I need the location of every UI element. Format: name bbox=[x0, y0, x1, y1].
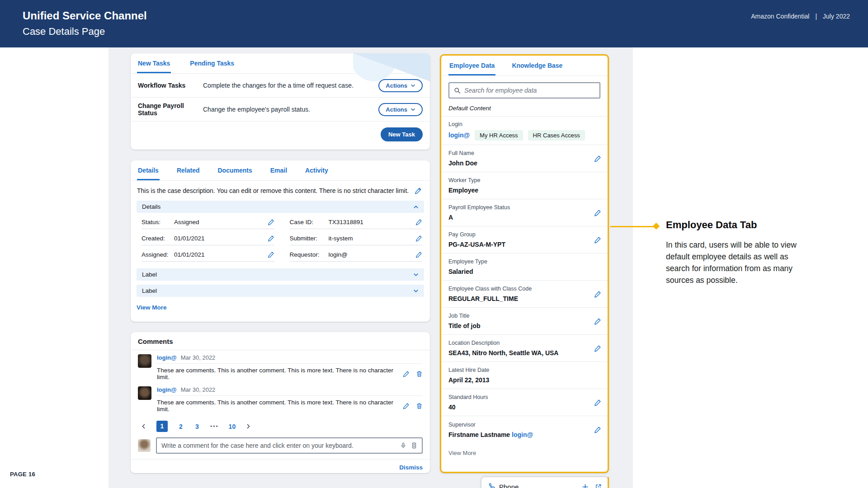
page-button-2[interactable]: 2 bbox=[178, 423, 184, 430]
edit-field-button[interactable] bbox=[594, 209, 601, 216]
employee-search bbox=[448, 82, 600, 99]
tab-activity[interactable]: Activity bbox=[304, 160, 329, 180]
supervisor-login-link[interactable]: login@ bbox=[512, 431, 533, 438]
employee-field-worker-type: Worker Type Employee bbox=[441, 172, 608, 199]
employee-search-input[interactable] bbox=[464, 87, 595, 94]
employee-field-label: Employee Type bbox=[448, 258, 601, 265]
field-requestor: Requestor: login@ bbox=[290, 251, 423, 262]
tab-new-tasks[interactable]: New Tasks bbox=[137, 53, 171, 73]
comment-item: login@ Mar 30, 2022 These are comments. … bbox=[131, 382, 430, 414]
page-button-1[interactable]: 1 bbox=[156, 421, 168, 432]
field-status: Status: Assigned bbox=[142, 219, 274, 229]
tab-email[interactable]: Email bbox=[269, 160, 288, 180]
tab-pending-tasks[interactable]: Pending Tasks bbox=[189, 53, 235, 73]
comment-date: Mar 30, 2022 bbox=[181, 386, 216, 393]
document-icon[interactable] bbox=[411, 442, 417, 449]
employee-field-location: Location Description SEA43, Nitro North,… bbox=[441, 335, 608, 362]
employee-field-label: Pay Group bbox=[448, 231, 594, 238]
employee-field-employee-type: Employee Type Salaried bbox=[441, 253, 608, 281]
delete-comment-button[interactable] bbox=[416, 371, 423, 377]
employee-field-label: Login bbox=[448, 121, 601, 127]
field-value: 01/01/2021 bbox=[174, 235, 268, 242]
supervisor-name: Firstname Lastname bbox=[448, 431, 510, 438]
avatar bbox=[138, 354, 151, 368]
chevron-up-icon bbox=[413, 204, 419, 210]
comment-body: login@ Mar 30, 2022 These are comments. … bbox=[157, 354, 423, 381]
trash-icon bbox=[416, 403, 423, 409]
employee-field-payroll-status: Payroll Employee Status A bbox=[441, 199, 608, 226]
field-value: Assigned bbox=[174, 219, 268, 225]
meta-separator: | bbox=[815, 13, 817, 20]
edit-field-button[interactable] bbox=[415, 219, 422, 225]
edit-field-button[interactable] bbox=[415, 235, 422, 242]
pencil-icon bbox=[594, 345, 601, 352]
comment-text: These are comments. This is another comm… bbox=[157, 367, 396, 380]
tab-details[interactable]: Details bbox=[137, 160, 160, 180]
comment-input-row bbox=[131, 436, 430, 459]
chevron-down-icon bbox=[410, 83, 415, 88]
microphone-icon[interactable] bbox=[400, 442, 406, 449]
edit-field-button[interactable] bbox=[594, 236, 601, 244]
edit-field-button[interactable] bbox=[594, 426, 601, 433]
new-task-button[interactable]: New Task bbox=[381, 127, 423, 141]
edit-field-button[interactable] bbox=[594, 345, 601, 352]
tab-documents[interactable]: Documents bbox=[217, 160, 253, 180]
edit-field-button[interactable] bbox=[594, 291, 601, 298]
edit-field-button[interactable] bbox=[415, 251, 422, 258]
employee-field-label: Location Description bbox=[448, 340, 594, 346]
comment-user-link[interactable]: login@ bbox=[157, 386, 177, 393]
chevron-down-icon bbox=[410, 107, 415, 112]
employee-field-label: Employee Class with Class Code bbox=[448, 286, 594, 292]
pencil-icon bbox=[594, 399, 601, 406]
edit-field-button[interactable] bbox=[594, 318, 601, 325]
tab-related[interactable]: Related bbox=[176, 160, 201, 180]
edit-field-button[interactable] bbox=[268, 219, 274, 225]
actions-button[interactable]: Actions bbox=[378, 79, 423, 92]
chevron-down-icon bbox=[413, 272, 419, 277]
pencil-icon bbox=[594, 291, 601, 298]
edit-field-button[interactable] bbox=[268, 251, 274, 258]
details-view-more-link[interactable]: View More bbox=[137, 304, 167, 311]
details-accordion-header[interactable]: Details bbox=[137, 201, 424, 213]
edit-field-button[interactable] bbox=[594, 155, 601, 162]
employee-field-full-name: Full Name John Doe bbox=[441, 145, 608, 172]
employee-field-value: Employee bbox=[448, 187, 601, 194]
case-description-row: This is the case description. You can ed… bbox=[131, 181, 430, 200]
page-button-3[interactable]: 3 bbox=[194, 423, 200, 430]
case-fields-grid: Status: Assigned Case ID: TX31318891 Cre… bbox=[142, 219, 422, 262]
comment-user-link[interactable]: login@ bbox=[157, 354, 177, 361]
login-link[interactable]: login@ bbox=[448, 131, 470, 139]
date-label: July 2022 bbox=[823, 13, 850, 20]
tab-employee-data[interactable]: Employee Data bbox=[448, 56, 495, 75]
edit-description-button[interactable] bbox=[415, 187, 422, 194]
tab-knowledge-base[interactable]: Knowledge Base bbox=[511, 56, 563, 75]
employee-field-value: PG-AZ-USA-M-YPT bbox=[448, 241, 594, 248]
delete-comment-button[interactable] bbox=[416, 403, 423, 409]
employee-view-more-link[interactable]: View More bbox=[441, 443, 608, 463]
comment-input[interactable] bbox=[161, 442, 400, 449]
page-button-10[interactable]: 10 bbox=[229, 423, 236, 430]
edit-comment-button[interactable] bbox=[403, 403, 410, 409]
label-accordion-1[interactable]: Label bbox=[137, 268, 424, 281]
edit-comment-button[interactable] bbox=[403, 371, 410, 377]
field-value: it-system bbox=[329, 235, 416, 242]
edit-field-button[interactable] bbox=[268, 235, 274, 242]
pagination-ellipsis: ••• bbox=[210, 423, 219, 430]
actions-button[interactable]: Actions bbox=[378, 103, 423, 116]
task-row-payroll: Change Payroll Status Change the employe… bbox=[131, 98, 430, 122]
plus-icon[interactable] bbox=[582, 483, 589, 488]
previous-page-button[interactable] bbox=[141, 423, 146, 429]
field-created: Created: 01/01/2021 bbox=[142, 235, 274, 245]
edit-field-button[interactable] bbox=[594, 399, 601, 406]
confidential-label: Amazon Confidential bbox=[751, 13, 809, 20]
task-description: Complete the changes for the a time off … bbox=[203, 82, 378, 89]
dismiss-link[interactable]: Dismiss bbox=[399, 464, 423, 471]
comment-text-row: These are comments. This is another comm… bbox=[157, 396, 423, 413]
label-accordion-2[interactable]: Label bbox=[137, 285, 424, 297]
chevron-down-icon bbox=[413, 288, 419, 294]
accordion-label: Details bbox=[142, 203, 160, 210]
employee-field-supervisor: Supervisor Firstname Lastname login@ bbox=[441, 416, 608, 443]
external-link-icon[interactable] bbox=[595, 483, 602, 488]
next-page-button[interactable] bbox=[245, 423, 251, 429]
phone-bar[interactable]: Phone bbox=[481, 477, 608, 488]
